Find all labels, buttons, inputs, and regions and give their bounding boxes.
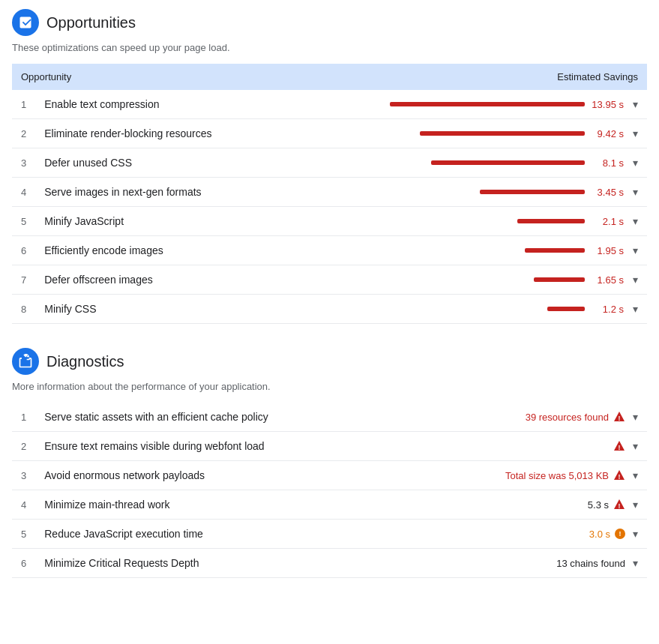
svg-text:!: ! (619, 502, 621, 510)
diagnostics-table: 1 Serve static assets with an efficient … (12, 403, 647, 578)
opportunity-name: Serve images in next-gen formats (35, 178, 286, 207)
savings-value: 2.1 s (591, 216, 624, 227)
savings-bar (525, 248, 585, 253)
expand-chevron[interactable]: ▾ (633, 557, 638, 569)
table-row[interactable]: 6 Efficiently encode images 1.95 s ▾ (12, 236, 647, 265)
diag-name: Serve static assets with an efficient ca… (35, 403, 412, 432)
warning-icon: ! (613, 499, 625, 511)
diag-value: 5.3 s (588, 499, 609, 511)
row-number: 6 (12, 236, 35, 265)
savings-bar (431, 160, 585, 165)
savings-bar-wrap (534, 277, 585, 282)
warning-icon: ! (613, 469, 625, 481)
col-estimated-savings: Estimated Savings (286, 64, 647, 90)
expand-chevron[interactable]: ▾ (633, 274, 638, 286)
row-number: 5 (12, 520, 35, 549)
diag-savings-cell: ! ▾ (412, 432, 647, 461)
opportunities-table: Opportunity Estimated Savings 1 Enable t… (12, 64, 647, 324)
table-row[interactable]: 5 Minify JavaScript 2.1 s ▾ (12, 207, 647, 236)
expand-chevron[interactable]: ▾ (633, 215, 638, 227)
table-header-row: Opportunity Estimated Savings (12, 64, 647, 90)
row-number: 8 (12, 295, 35, 324)
diag-name: Minimize main-thread work (35, 490, 412, 520)
expand-chevron[interactable]: ▾ (633, 440, 638, 452)
savings-bar (420, 131, 585, 136)
savings-value: 1.2 s (591, 304, 624, 315)
table-row[interactable]: 3 Defer unused CSS 8.1 s ▾ (12, 148, 647, 178)
diag-row[interactable]: 1 Serve static assets with an efficient … (12, 403, 647, 432)
opportunity-name: Defer offscreen images (35, 265, 286, 295)
diag-value: 13 chains found (556, 558, 625, 569)
diagnostics-section-header: Diagnostics (12, 348, 647, 375)
opportunity-name: Enable text compression (35, 90, 286, 119)
diag-row[interactable]: 5 Reduce JavaScript execution time 3.0 s… (12, 520, 647, 549)
expand-chevron[interactable]: ▾ (633, 98, 638, 110)
row-number: 5 (12, 207, 35, 236)
row-number: 4 (12, 178, 35, 207)
row-number: 1 (12, 403, 35, 432)
savings-bar-wrap (420, 131, 585, 136)
savings-bar (547, 307, 585, 311)
savings-cell: 2.1 s ▾ (286, 207, 647, 236)
row-number: 3 (12, 148, 35, 178)
expand-chevron[interactable]: ▾ (633, 303, 638, 315)
expand-chevron[interactable]: ▾ (633, 244, 638, 256)
expand-chevron[interactable]: ▾ (633, 127, 638, 139)
savings-bar-wrap (431, 160, 585, 165)
savings-cell: 9.42 s ▾ (286, 119, 647, 148)
diag-savings-cell: 13 chains found ▾ (412, 549, 647, 578)
savings-bar (480, 190, 585, 194)
savings-value: 9.42 s (591, 128, 624, 139)
warning-icon: ! (613, 411, 625, 423)
expand-chevron[interactable]: ▾ (633, 499, 638, 511)
opportunity-name: Eliminate render-blocking resources (35, 119, 286, 148)
savings-cell: 3.45 s ▾ (286, 178, 647, 207)
row-number: 7 (12, 265, 35, 295)
col-opportunity: Opportunity (12, 64, 286, 90)
savings-bar (390, 102, 585, 106)
savings-cell: 1.2 s ▾ (286, 295, 647, 324)
savings-cell: 1.65 s ▾ (286, 265, 647, 295)
row-number: 2 (12, 119, 35, 148)
savings-cell: 1.95 s ▾ (286, 236, 647, 265)
expand-chevron[interactable]: ▾ (633, 157, 638, 169)
row-number: 6 (12, 549, 35, 578)
diagnostics-title: Diagnostics (46, 353, 124, 370)
table-row[interactable]: 8 Minify CSS 1.2 s ▾ (12, 295, 647, 324)
table-row[interactable]: 4 Serve images in next-gen formats 3.45 … (12, 178, 647, 207)
opportunities-section-header: Opportunities (12, 9, 647, 36)
savings-value: 1.95 s (591, 245, 624, 256)
diag-value: 39 resources found (526, 412, 609, 423)
diag-row[interactable]: 6 Minimize Critical Requests Depth 13 ch… (12, 549, 647, 578)
savings-value: 1.65 s (591, 274, 624, 286)
expand-chevron[interactable]: ▾ (633, 411, 638, 423)
expand-chevron[interactable]: ▾ (633, 186, 638, 198)
savings-value: 13.95 s (591, 99, 624, 110)
diag-row[interactable]: 3 Avoid enormous network payloads Total … (12, 461, 647, 490)
diag-value: 3.0 s (589, 529, 610, 540)
warning-icon: ! (613, 440, 625, 452)
row-number: 1 (12, 90, 35, 119)
opportunity-name: Minify CSS (35, 295, 286, 324)
diag-row[interactable]: 2 Ensure text remains visible during web… (12, 432, 647, 461)
opportunity-name: Defer unused CSS (35, 148, 286, 178)
table-row[interactable]: 1 Enable text compression 13.95 s ▾ (12, 90, 647, 119)
table-row[interactable]: 2 Eliminate render-blocking resources 9.… (12, 119, 647, 148)
row-number: 4 (12, 490, 35, 520)
expand-chevron[interactable]: ▾ (633, 469, 638, 481)
svg-text:!: ! (619, 415, 621, 422)
diag-row[interactable]: 4 Minimize main-thread work 5.3 s ! ▾ (12, 490, 647, 520)
savings-bar-wrap (480, 190, 585, 194)
diag-name: Ensure text remains visible during webfo… (35, 432, 412, 461)
savings-value: 8.1 s (591, 157, 624, 169)
row-number: 3 (12, 461, 35, 490)
expand-chevron[interactable]: ▾ (633, 528, 638, 540)
savings-bar (534, 277, 585, 282)
opportunity-name: Minify JavaScript (35, 207, 286, 236)
diag-savings-cell: 39 resources found ! ▾ (412, 403, 647, 432)
opportunities-icon (12, 9, 39, 36)
table-row[interactable]: 7 Defer offscreen images 1.65 s ▾ (12, 265, 647, 295)
circle-icon: ! (615, 529, 625, 539)
savings-cell: 8.1 s ▾ (286, 148, 647, 178)
svg-text:!: ! (619, 473, 621, 481)
